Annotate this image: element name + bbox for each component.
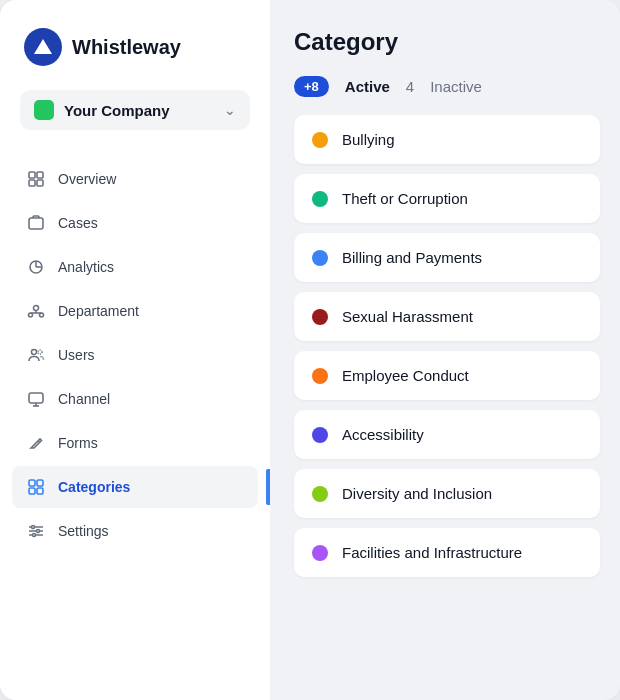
main-content: Category +8 Active 4 Inactive BullyingTh… [270,0,620,700]
category-item[interactable]: Theft or Corruption [294,174,600,223]
svg-point-28 [32,526,35,529]
users-icon [26,345,46,365]
settings-icon [26,521,46,541]
sidebar-nav: Overview Cases [0,158,270,552]
category-label: Bullying [342,131,395,148]
svg-line-20 [38,441,40,443]
category-color-dot [312,545,328,561]
svg-rect-2 [29,180,35,186]
cases-icon [26,213,46,233]
category-item[interactable]: Accessibility [294,410,600,459]
svg-marker-0 [34,39,52,54]
category-color-dot [312,132,328,148]
active-badge: +8 [294,76,329,97]
app-container: Whistleway Your Company ⌄ Overview [0,0,620,700]
sidebar-item-label: Departament [58,303,139,319]
category-label: Theft or Corruption [342,190,468,207]
sidebar-item-label: Users [58,347,95,363]
sidebar-item-cases[interactable]: Cases [12,202,258,244]
sidebar-item-label: Categories [58,479,130,495]
company-name: Your Company [64,102,214,119]
category-label: Sexual Harassment [342,308,473,325]
sidebar-item-departament[interactable]: Departament [12,290,258,332]
sidebar-item-label: Settings [58,523,109,539]
svg-rect-22 [37,480,43,486]
category-item[interactable]: Bullying [294,115,600,164]
svg-point-15 [32,350,37,355]
department-icon [26,301,46,321]
categories-icon [26,477,46,497]
category-label: Accessibility [342,426,424,443]
category-color-dot [312,309,328,325]
svg-rect-24 [37,488,43,494]
svg-rect-4 [37,180,43,186]
tabs-row: +8 Active 4 Inactive [294,76,600,97]
tab-active[interactable]: Active [345,78,390,95]
svg-point-7 [34,306,39,311]
category-label: Diversity and Inclusion [342,485,492,502]
overview-icon [26,169,46,189]
company-color-dot [34,100,54,120]
category-item[interactable]: Facilities and Infrastructure [294,528,600,577]
category-label: Billing and Payments [342,249,482,266]
sidebar-item-overview[interactable]: Overview [12,158,258,200]
category-item[interactable]: Employee Conduct [294,351,600,400]
svg-rect-23 [29,488,35,494]
forms-icon [26,433,46,453]
svg-point-16 [38,350,42,354]
category-label: Employee Conduct [342,367,469,384]
app-logo-icon [24,28,62,66]
sidebar-item-label: Cases [58,215,98,231]
category-color-dot [312,250,328,266]
category-color-dot [312,427,328,443]
category-label: Facilities and Infrastructure [342,544,522,561]
sidebar-item-categories[interactable]: Categories [12,466,258,508]
svg-rect-17 [29,393,43,403]
sidebar-item-forms[interactable]: Forms [12,422,258,464]
app-name: Whistleway [72,36,181,59]
category-item[interactable]: Diversity and Inclusion [294,469,600,518]
category-color-dot [312,486,328,502]
page-title: Category [294,28,600,56]
company-selector[interactable]: Your Company ⌄ [20,90,250,130]
tab-inactive[interactable]: Inactive [430,78,482,95]
tab-active-count: 4 [406,78,414,95]
category-item[interactable]: Sexual Harassment [294,292,600,341]
svg-point-30 [33,534,36,537]
sidebar-item-analytics[interactable]: Analytics [12,246,258,288]
sidebar: Whistleway Your Company ⌄ Overview [0,0,270,700]
svg-rect-5 [29,218,43,229]
channel-icon [26,389,46,409]
sidebar-item-settings[interactable]: Settings [12,510,258,552]
sidebar-item-label: Overview [58,171,116,187]
sidebar-item-label: Analytics [58,259,114,275]
category-item[interactable]: Billing and Payments [294,233,600,282]
svg-point-29 [37,530,40,533]
svg-rect-3 [37,172,43,178]
category-color-dot [312,368,328,384]
svg-rect-21 [29,480,35,486]
sidebar-item-label: Channel [58,391,110,407]
sidebar-item-label: Forms [58,435,98,451]
category-list: BullyingTheft or CorruptionBilling and P… [294,115,600,577]
analytics-icon [26,257,46,277]
sidebar-item-users[interactable]: Users [12,334,258,376]
chevron-down-icon: ⌄ [224,102,236,118]
category-color-dot [312,191,328,207]
sidebar-item-channel[interactable]: Channel [12,378,258,420]
sidebar-logo: Whistleway [0,28,270,90]
svg-rect-1 [29,172,35,178]
